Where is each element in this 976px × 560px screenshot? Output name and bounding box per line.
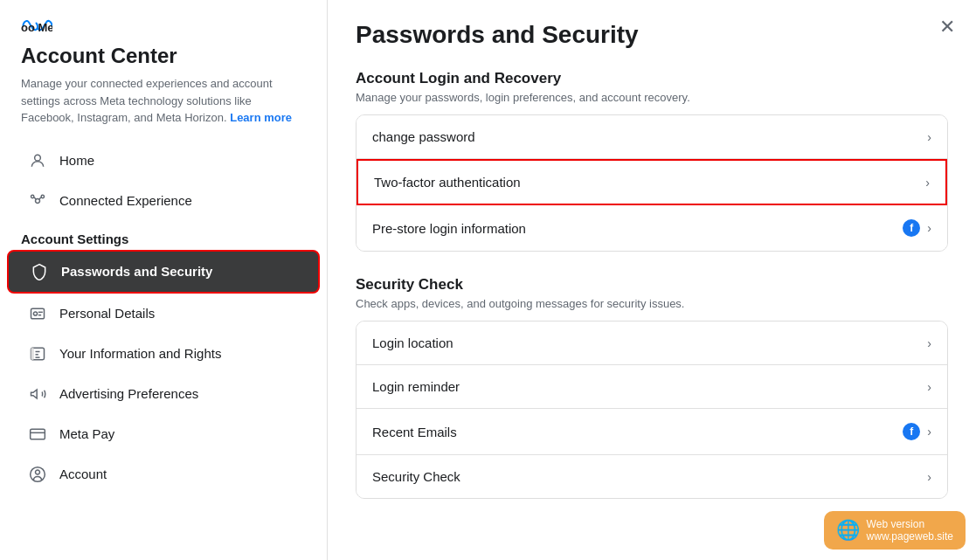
sidebar-description: Manage your connected experiences and ac…	[0, 75, 327, 127]
facebook-icon: f	[903, 423, 920, 440]
sidebar-item-advertising[interactable]: Advertising Preferences	[7, 374, 320, 414]
security-check-item[interactable]: Security Check ›	[356, 455, 947, 498]
svg-point-19	[36, 470, 40, 474]
chevron-right-icon: ›	[927, 130, 931, 144]
sidebar-home-label: Home	[59, 153, 94, 168]
chevron-right-icon: ›	[927, 425, 931, 439]
sidebar-personal-label: Personal Details	[59, 306, 155, 321]
login-reminder-right: ›	[927, 380, 931, 394]
security-check-desc: Check apps, devices, and outgoing messag…	[356, 297, 948, 310]
pre-store-login-label: Pre-store login information	[372, 221, 903, 236]
facebook-icon: f	[903, 219, 920, 237]
sidebar-meta-pay-label: Meta Pay	[59, 426, 114, 441]
sidebar-item-connected[interactable]: Connected Experience	[7, 181, 320, 221]
sidebar: oo Meta Account Center Manage your conne…	[0, 0, 328, 560]
account-settings-label: Account Settings	[0, 221, 327, 250]
login-recovery-title: Account Login and Recovery	[356, 70, 948, 87]
login-location-item[interactable]: Login location ›	[356, 321, 947, 365]
svg-rect-16	[31, 429, 45, 439]
id-card-icon	[28, 304, 47, 323]
sidebar-item-home[interactable]: Home	[7, 141, 320, 181]
meta-logo-icon: oo Meta	[21, 17, 52, 37]
login-recovery-desc: Manage your passwords, login preferences…	[356, 91, 948, 104]
sidebar-connected-label: Connected Experience	[59, 193, 192, 208]
sidebar-title: Account Center	[0, 44, 327, 68]
login-reminder-label: Login reminder	[372, 379, 927, 394]
security-check-title: Security Check	[356, 276, 948, 294]
svg-text:oo Meta: oo Meta	[21, 21, 52, 33]
person-icon	[28, 151, 47, 170]
two-factor-item[interactable]: Two-factor authentication ›	[356, 159, 947, 205]
watermark-text2: www.pageweb.site	[867, 530, 953, 543]
sidebar-item-meta-pay[interactable]: Meta Pay	[7, 414, 320, 454]
chevron-right-icon: ›	[925, 176, 930, 190]
change-password-right: ›	[927, 130, 931, 144]
learn-more-link[interactable]: Learn more	[230, 111, 292, 124]
svg-line-6	[39, 197, 42, 199]
recent-emails-right: f ›	[903, 423, 931, 440]
change-password-label: change password	[372, 129, 927, 144]
watermark: 🌐 Web version www.pageweb.site	[824, 511, 966, 550]
sidebar-item-account[interactable]: Account	[7, 454, 320, 494]
shield-icon	[30, 262, 49, 281]
login-recovery-section: Account Login and Recovery Manage your p…	[356, 70, 948, 252]
meta-logo-area: oo Meta	[0, 17, 327, 44]
recent-emails-item[interactable]: Recent Emails f ›	[356, 409, 947, 455]
chevron-right-icon: ›	[927, 221, 931, 235]
security-check-list: Login location › Login reminder › Recent…	[356, 321, 948, 499]
sidebar-item-passwords-security[interactable]: Passwords and Security	[7, 250, 320, 294]
security-check-section: Security Check Check apps, devices, and …	[356, 276, 948, 499]
login-location-label: Login location	[372, 335, 927, 350]
chevron-right-icon: ›	[927, 380, 931, 394]
svg-point-3	[31, 195, 34, 197]
pre-store-login-right: f ›	[903, 219, 931, 237]
login-reminder-item[interactable]: Login reminder ›	[356, 365, 947, 409]
close-button[interactable]: ✕	[939, 17, 955, 37]
chevron-right-icon: ›	[927, 336, 931, 350]
sidebar-info-rights-label: Your Information and Rights	[59, 346, 221, 361]
account-circle-icon	[28, 465, 47, 484]
security-check-right: ›	[927, 470, 931, 484]
login-recovery-list: change password › Two-factor authenticat…	[356, 114, 948, 252]
svg-rect-15	[31, 348, 34, 359]
megaphone-icon	[28, 384, 47, 404]
svg-point-1	[35, 155, 41, 161]
recent-emails-label: Recent Emails	[372, 425, 903, 439]
globe-icon: 🌐	[836, 519, 860, 542]
sidebar-item-info-rights[interactable]: Your Information and Rights	[7, 334, 320, 374]
sidebar-item-personal-details[interactable]: Personal Details	[7, 294, 320, 334]
security-check-label: Security Check	[372, 469, 927, 484]
svg-point-8	[33, 311, 37, 315]
sidebar-passwords-label: Passwords and Security	[61, 264, 212, 279]
main-content: ✕ Passwords and Security Account Login a…	[328, 0, 976, 560]
sidebar-advertising-label: Advertising Preferences	[59, 386, 198, 401]
connected-icon	[28, 191, 47, 211]
pre-store-login-item[interactable]: Pre-store login information f ›	[356, 205, 947, 251]
chevron-right-icon: ›	[927, 470, 931, 484]
svg-line-5	[34, 197, 37, 199]
page-title: Passwords and Security	[356, 21, 948, 49]
watermark-text: Web version www.pageweb.site	[867, 518, 953, 543]
two-factor-label: Two-factor authentication	[374, 175, 925, 190]
change-password-item[interactable]: change password ›	[356, 115, 947, 159]
info-icon	[28, 344, 47, 363]
watermark-text1: Web version	[867, 518, 953, 530]
two-factor-right: ›	[925, 176, 930, 190]
login-location-right: ›	[927, 336, 931, 350]
sidebar-account-label: Account	[59, 467, 107, 481]
svg-point-4	[41, 195, 44, 197]
card-icon	[28, 425, 47, 444]
